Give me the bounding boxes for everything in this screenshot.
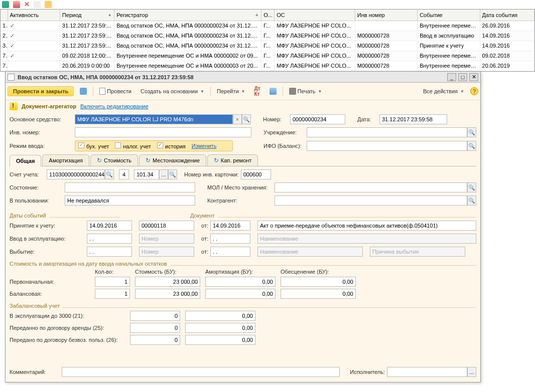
tab-general[interactable]: Общая — [10, 155, 41, 166]
mode-change-link[interactable]: Изменить — [192, 143, 217, 149]
accept-date-field[interactable]: 14.09.2016 — [87, 221, 132, 231]
maximize-button[interactable]: □ — [458, 73, 467, 81]
col-o[interactable]: О... — [261, 10, 275, 21]
mode-bu-check[interactable]: бух. учет — [78, 142, 109, 149]
initial-cost-field[interactable]: 23 000,00 — [135, 277, 200, 287]
inuse-field[interactable]: Не передавался — [65, 195, 195, 206]
print-button[interactable]: Печать▼ — [286, 87, 325, 96]
enable-edit-link[interactable]: Включить редактирование — [80, 103, 148, 109]
mol-lookup[interactable]: 🔍 — [467, 182, 476, 192]
initial-qty-field[interactable]: 1 — [95, 277, 130, 287]
disposal-name-field[interactable]: Наименование — [257, 247, 363, 257]
toolbar-icon-2[interactable] — [13, 1, 20, 8]
number-field[interactable]: 00000000234 — [290, 114, 345, 124]
col-os[interactable]: ОС — [275, 10, 355, 21]
ifo-field[interactable] — [307, 141, 467, 151]
inv-card-field[interactable]: 000600 — [241, 169, 271, 179]
mode-hist-check[interactable]: история — [157, 142, 186, 149]
close-button[interactable]: ✕ — [469, 73, 478, 81]
account-field[interactable]: 110300000000000244 — [47, 169, 105, 179]
dk-button[interactable]: ДтКт — [251, 85, 263, 98]
mode-nu-check[interactable]: налог. учет — [115, 142, 151, 149]
contr-field[interactable] — [275, 195, 467, 206]
disposal-reason-field[interactable]: Причина выбытия — [370, 247, 465, 257]
toolbar-icon-1[interactable] — [2, 1, 9, 8]
account-3-select[interactable] — [159, 169, 168, 179]
save-button[interactable] — [77, 87, 90, 96]
account-2-field[interactable]: 4 — [119, 169, 129, 179]
document-icon — [99, 88, 105, 95]
col-rownum[interactable] — [1, 10, 8, 21]
accept-label: Принятие к учету: — [10, 223, 85, 229]
mol-field[interactable] — [275, 182, 467, 192]
executor-field[interactable] — [387, 367, 467, 377]
balance-amort-field[interactable]: 0,00 — [205, 289, 276, 299]
commission-date-field[interactable]: . . — [87, 234, 132, 244]
doc-num-field[interactable]: 00000118 — [139, 221, 194, 231]
dates-section-title: Даты событий — [10, 213, 46, 219]
help-icon[interactable]: ? — [470, 87, 478, 95]
table-row[interactable]: 1✓31.12.2017 23:59:...Ввод остатков ОС, … — [1, 21, 534, 31]
doc-name-field[interactable]: Акт о приеме-передаче объектов нефинансо… — [257, 221, 476, 231]
table-row[interactable]: 2✓31.12.2017 23:59:...Ввод остатков ОС, … — [1, 31, 534, 41]
toolbar-icon-4[interactable] — [34, 1, 41, 8]
initial-amort-field[interactable]: 0,00 — [205, 277, 276, 287]
account-3-field[interactable]: 101.34 — [134, 169, 159, 179]
inexp-cost-field[interactable]: 0,00 — [185, 311, 255, 321]
structure-button[interactable] — [266, 87, 280, 96]
commission-name-field[interactable]: Наименование — [257, 234, 476, 244]
doc-date-field[interactable]: 14.09.2016 — [210, 221, 250, 231]
balance-qty-field[interactable]: 1 — [95, 289, 130, 299]
os-lookup-button[interactable]: 🔍 — [242, 114, 251, 124]
minimize-button[interactable]: _ — [447, 73, 456, 81]
free-qty-field[interactable]: 0 — [130, 335, 180, 345]
toolbar-icon-5[interactable] — [45, 1, 52, 8]
col-date[interactable]: Дата события — [480, 10, 534, 21]
table-row[interactable]: 7✓09.02.2018 12:00:...Внутреннее перемещ… — [1, 51, 534, 61]
os-clear-button[interactable]: × — [233, 114, 242, 124]
org-lookup-button[interactable]: 🔍 — [467, 127, 476, 137]
initial-impair-field[interactable]: 0,00 — [281, 277, 356, 287]
titlebar: Ввод остатков ОС, НМА, НПА 00000000234 о… — [6, 72, 480, 83]
account-3-lookup[interactable]: 🔍 — [168, 169, 177, 179]
commission-doc-date-field[interactable]: . . — [210, 234, 250, 244]
amort-header: Амортизация (БУ): — [205, 269, 276, 275]
tab-amortization[interactable]: Амортизация — [42, 154, 89, 166]
commission-num-field[interactable]: Номер — [139, 234, 194, 244]
disposal-doc-date-field[interactable]: . . — [210, 247, 250, 257]
state-field[interactable] — [65, 182, 195, 192]
submit-button[interactable]: Провести — [96, 87, 135, 96]
col-activity[interactable]: Активность — [8, 10, 60, 21]
submit-close-button[interactable]: Провести и закрыть — [8, 86, 74, 96]
col-event[interactable]: Событие — [418, 10, 480, 21]
table-row[interactable]: 720.06.2019 0:00:00Внутреннее перемещени… — [1, 61, 534, 71]
toolbar-icon-close[interactable]: ✕ — [24, 1, 30, 8]
executor-select[interactable] — [467, 367, 476, 377]
col-registrar[interactable]: Регистратор▲ — [114, 10, 261, 21]
rent-qty-field[interactable]: 0 — [130, 323, 180, 333]
disposal-date-field[interactable]: . . — [87, 247, 132, 257]
create-from-button[interactable]: Создать на основании▼ — [138, 87, 207, 95]
disposal-num-field[interactable]: Номер — [139, 247, 194, 257]
org-field[interactable] — [307, 127, 467, 137]
account-lookup[interactable]: 🔍 — [105, 169, 114, 179]
tab-overhaul[interactable]: ↻Кап. ремонт — [207, 154, 258, 166]
tab-cost[interactable]: ↻Стоимость — [90, 154, 138, 166]
contr-lookup[interactable]: 🔍 — [467, 195, 476, 206]
free-cost-field[interactable]: 0,00 — [185, 335, 255, 345]
ifo-lookup-button[interactable]: 🔍 — [467, 141, 476, 151]
tab-location[interactable]: ↻Местонахождение — [139, 154, 206, 166]
balance-cost-field[interactable]: 23 000,00 — [135, 289, 200, 299]
col-period[interactable]: Период▲ — [60, 10, 114, 21]
col-inv[interactable]: Инв номер — [355, 10, 417, 21]
goto-button[interactable]: Перейти▼ — [214, 87, 248, 95]
inv-field[interactable] — [75, 127, 251, 137]
rent-cost-field[interactable]: 0,00 — [185, 323, 255, 333]
inexp-qty-field[interactable]: 0 — [130, 311, 180, 321]
comment-field[interactable] — [62, 367, 340, 377]
all-actions-button[interactable]: Все действия▼ — [420, 87, 467, 95]
balance-impair-field[interactable]: 0,00 — [281, 289, 356, 299]
os-field[interactable]: МФУ ЛАЗЕРНОЕ HP COLOR LJ PRO M476dn — [75, 114, 233, 124]
table-row[interactable]: 3✓31.12.2017 23:59:...Ввод остатков ОС, … — [1, 41, 534, 51]
date-field[interactable]: 31.12.2017 23:59:58 — [379, 114, 447, 124]
